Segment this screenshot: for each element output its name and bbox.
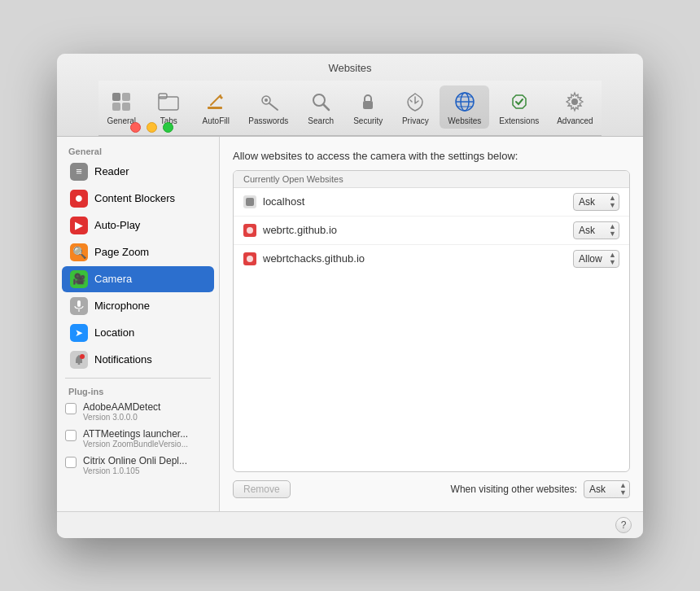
plugin-item-adobe: AdobeAAMDetect Version 3.0.0.0 (57, 398, 219, 425)
plugin-version-citrix: Version 1.0.105 (83, 466, 187, 475)
plugin-checkbox-att[interactable] (65, 430, 77, 441)
plugin-item-att: ATTMeetings launcher... Version ZoomBund… (57, 425, 219, 452)
toolbar-item-search[interactable]: Search (298, 85, 343, 129)
sidebar-item-content-blockers[interactable]: ● Content Blockers (62, 186, 214, 212)
localhost-select-wrapper: Ask Allow Deny ▲▼ (573, 193, 619, 211)
toolbar-item-privacy[interactable]: Privacy (392, 85, 438, 129)
plugin-name-att: ATTMeetings launcher... (83, 428, 188, 440)
plugin-checkbox-adobe[interactable] (65, 403, 77, 414)
toolbar-label-autofill: AutoFill (203, 116, 230, 125)
plugin-info-adobe: AdobeAAMDetect Version 3.0.0.0 (83, 401, 160, 422)
other-websites-label: When visiting other websites: (451, 484, 577, 495)
sidebar-plugins-label: Plug-ins (57, 383, 219, 398)
sidebar-item-microphone[interactable]: Microphone (62, 293, 214, 319)
reader-icon: ≡ (70, 163, 88, 181)
websites-table-header: Currently Open Websites (234, 171, 629, 188)
svg-line-10 (269, 103, 278, 110)
toolbar-label-extensions: Extensions (499, 116, 539, 125)
webrtc-icon (243, 224, 256, 237)
webrtchacks-icon (243, 252, 256, 265)
toolbar-item-passwords[interactable]: Passwords (240, 85, 296, 129)
toolbar: General Tabs AutoFill Pass (98, 81, 601, 136)
svg-point-25 (80, 354, 85, 359)
toolbar-label-websites: Websites (448, 116, 481, 125)
webrtchacks-name: webrtchacks.github.io (263, 252, 573, 265)
toolbar-item-advanced[interactable]: Advanced (549, 85, 601, 129)
plugin-item-citrix: Citrix Online Onli Depl... Version 1.0.1… (57, 452, 219, 479)
svg-rect-6 (208, 107, 222, 109)
other-websites-row: When visiting other websites: Ask Allow … (291, 480, 630, 498)
toolbar-label-privacy: Privacy (402, 116, 429, 125)
notifications-icon (70, 351, 88, 369)
maximize-button[interactable] (163, 122, 173, 133)
webrtc-name: webrtc.github.io (263, 224, 573, 236)
table-row: webrtchacks.github.io Ask Allow Deny ▲▼ (234, 245, 629, 273)
security-icon (355, 89, 381, 115)
localhost-name: localhost (263, 195, 573, 208)
toolbar-label-advanced: Advanced (557, 116, 593, 125)
other-websites-select[interactable]: Ask Allow Deny (584, 480, 630, 498)
localhost-select[interactable]: Ask Allow Deny (573, 193, 619, 211)
svg-rect-14 (363, 101, 373, 109)
toolbar-item-websites[interactable]: Websites (440, 85, 489, 129)
sidebar-item-location[interactable]: ➤ Location (62, 320, 214, 346)
websites-icon (452, 89, 478, 115)
svg-rect-24 (78, 363, 81, 365)
sidebar-label-location: Location (94, 326, 134, 339)
webrtc-select[interactable]: Ask Allow Deny (573, 221, 619, 239)
svg-point-27 (247, 227, 253, 234)
sidebar-divider (65, 378, 211, 379)
privacy-icon (402, 89, 428, 115)
plugin-info-att: ATTMeetings launcher... Version ZoomBund… (83, 428, 188, 449)
main-panel: Allow websites to access the camera with… (220, 137, 643, 511)
plugin-version-adobe: Version 3.0.0.0 (83, 413, 160, 422)
toolbar-item-autofill[interactable]: AutoFill (193, 85, 238, 129)
camera-icon: 🎥 (70, 270, 88, 288)
extensions-icon (506, 89, 532, 115)
webrtchacks-select-wrapper: Ask Allow Deny ▲▼ (573, 250, 619, 268)
plugin-name-adobe: AdobeAAMDetect (83, 401, 160, 413)
remove-button[interactable]: Remove (233, 480, 291, 498)
webrtchacks-select[interactable]: Ask Allow Deny (573, 250, 619, 268)
sidebar-label-auto-play: Auto-Play (94, 219, 140, 231)
toolbar-item-extensions[interactable]: Extensions (491, 85, 547, 129)
traffic-lights (130, 122, 173, 133)
sidebar-label-notifications: Notifications (94, 353, 152, 366)
sidebar-item-notifications[interactable]: Notifications (62, 347, 214, 373)
autofill-icon (203, 89, 229, 115)
sidebar-item-camera[interactable]: 🎥 Camera (62, 266, 214, 292)
help-button[interactable]: ? (615, 517, 632, 533)
sidebar-label-content-blockers: Content Blockers (94, 192, 175, 204)
auto-play-icon: ▶ (70, 217, 88, 234)
svg-rect-5 (159, 94, 167, 98)
window-title: Websites (328, 62, 371, 74)
plugin-info-citrix: Citrix Online Onli Depl... Version 1.0.1… (83, 455, 187, 475)
plugin-checkbox-citrix[interactable] (65, 457, 77, 468)
microphone-icon (70, 297, 88, 315)
plugin-name-citrix: Citrix Online Onli Depl... (83, 455, 187, 466)
localhost-icon (243, 195, 256, 208)
svg-rect-3 (122, 103, 130, 111)
table-row: webrtc.github.io Ask Allow Deny ▲▼ (234, 217, 629, 245)
toolbar-item-security[interactable]: Security (345, 85, 391, 129)
close-button[interactable] (130, 122, 141, 133)
tabs-icon (155, 89, 182, 115)
help-row: ? (57, 511, 643, 538)
svg-rect-22 (77, 300, 81, 307)
svg-point-11 (265, 98, 268, 102)
sidebar-item-reader[interactable]: ≡ Reader (62, 159, 214, 185)
sidebar-label-reader: Reader (94, 165, 129, 177)
minimize-button[interactable] (147, 122, 157, 133)
sidebar: General ≡ Reader ● Content Blockers ▶ Au… (57, 137, 220, 511)
search-icon (308, 89, 334, 115)
location-icon: ➤ (70, 324, 88, 342)
svg-rect-2 (112, 103, 120, 111)
general-icon (108, 89, 134, 115)
svg-point-20 (456, 93, 474, 111)
page-zoom-icon: 🔍 (70, 243, 88, 261)
svg-rect-1 (122, 93, 130, 101)
sidebar-item-page-zoom[interactable]: 🔍 Page Zoom (62, 239, 214, 265)
sidebar-item-auto-play[interactable]: ▶ Auto-Play (62, 212, 214, 239)
toolbar-label-search: Search (308, 116, 334, 125)
advanced-icon (562, 89, 588, 115)
